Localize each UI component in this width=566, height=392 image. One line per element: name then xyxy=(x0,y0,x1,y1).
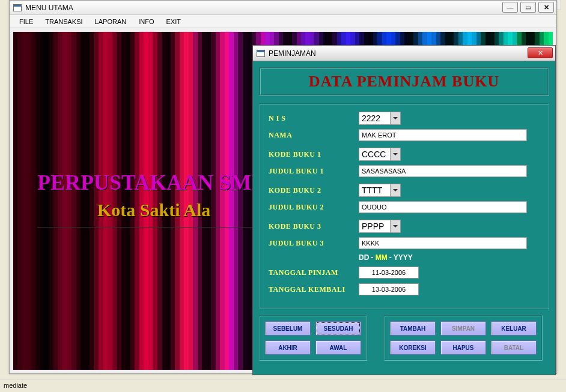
hapus-button[interactable]: HAPUS xyxy=(440,340,486,355)
action-button-panel: TAMBAH SIMPAN KELUAR KOREKSI HAPUS BATAL xyxy=(384,315,543,361)
label-kode1: KODE BUKU 1 xyxy=(269,150,359,159)
form-icon xyxy=(13,4,22,11)
dialog-titlebar: PEMINJAMAN ✕ xyxy=(253,46,555,61)
maximize-button[interactable]: ▭ xyxy=(520,2,536,13)
tambah-button[interactable]: TAMBAH xyxy=(390,321,436,336)
judul2-field[interactable]: OUOUO xyxy=(359,201,527,213)
nama-field[interactable]: MAK EROT xyxy=(359,129,527,141)
keluar-button[interactable]: KELUAR xyxy=(491,321,537,336)
koreksi-button[interactable]: KOREKSI xyxy=(390,340,436,355)
nav-button-panel: SEBELUM SESUDAH AKHIR AWAL xyxy=(259,315,367,361)
label-nis: N I S xyxy=(269,114,359,123)
tgl-pinjam-field[interactable]: 11-03-2006 xyxy=(359,267,419,279)
akhir-button[interactable]: AKHIR xyxy=(265,340,311,355)
dialog-close-button[interactable]: ✕ xyxy=(528,47,553,58)
main-title: MENU UTAMA xyxy=(25,4,73,12)
menu-file[interactable]: FILE xyxy=(14,16,38,27)
label-judul3: JUDUL BUKU 3 xyxy=(269,239,359,248)
tgl-kembali-field[interactable]: 13-03-2006 xyxy=(359,283,419,295)
label-kode2: KODE BUKU 2 xyxy=(269,186,359,195)
main-menubar: FILE TRANSAKSI LAPORAN INFO EXIT xyxy=(10,15,556,28)
status-bar: mediate xyxy=(0,379,566,392)
label-judul1: JUDUL BUKU 1 xyxy=(269,167,359,176)
close-button[interactable]: ✕ xyxy=(538,2,554,13)
dialog-heading: DATA PEMINJAM BUKU xyxy=(309,73,499,90)
simpan-button[interactable]: SIMPAN xyxy=(440,321,486,336)
kode2-combo[interactable]: TTTT xyxy=(359,184,401,197)
main-titlebar: MENU UTAMA — ▭ ✕ xyxy=(10,1,556,15)
dialog-title: PEMINJAMAN xyxy=(269,49,316,58)
form-icon xyxy=(257,50,265,57)
awal-button[interactable]: AWAL xyxy=(315,340,361,355)
judul1-field[interactable]: SASASASASA xyxy=(359,165,527,177)
kode1-combo[interactable]: CCCC xyxy=(359,148,401,161)
kode3-combo[interactable]: PPPP xyxy=(359,220,401,233)
nis-combo[interactable]: 2222 xyxy=(359,112,401,125)
menu-laporan[interactable]: LAPORAN xyxy=(90,16,132,27)
label-kode3: KODE BUKU 3 xyxy=(269,222,359,231)
label-judul2: JUDUL BUKU 2 xyxy=(269,203,359,212)
batal-button[interactable]: BATAL xyxy=(491,340,537,355)
judul3-field[interactable]: KKKK xyxy=(359,237,527,249)
bg-heading-2: Kota Sakti Ala xyxy=(97,200,210,220)
peminjaman-dialog: PEMINJAMAN ✕ DATA PEMINJAM BUKU N I S 22… xyxy=(252,45,556,375)
label-nama: NAMA xyxy=(269,131,359,140)
menu-transaksi[interactable]: TRANSAKSI xyxy=(40,16,87,27)
sebelum-button[interactable]: SEBELUM xyxy=(265,321,311,336)
form-panel: N I S 2222 NAMA MAK EROT KODE BUKU 1 CCC… xyxy=(259,103,549,309)
dialog-heading-panel: DATA PEMINJAM BUKU xyxy=(259,67,549,96)
date-format-hint: DD - MM - YYYY xyxy=(359,253,540,262)
minimize-button[interactable]: — xyxy=(502,2,518,13)
menu-info[interactable]: INFO xyxy=(133,16,159,27)
bg-heading-1: PERPUSTAKAAN SMI xyxy=(37,170,260,195)
sesudah-button[interactable]: SESUDAH xyxy=(315,321,361,336)
label-tgl-kembali: TANGGAL KEMBALI xyxy=(269,285,359,294)
label-tgl-pinjam: TANGGAL PINJAM xyxy=(269,268,359,277)
menu-exit[interactable]: EXIT xyxy=(161,16,185,27)
